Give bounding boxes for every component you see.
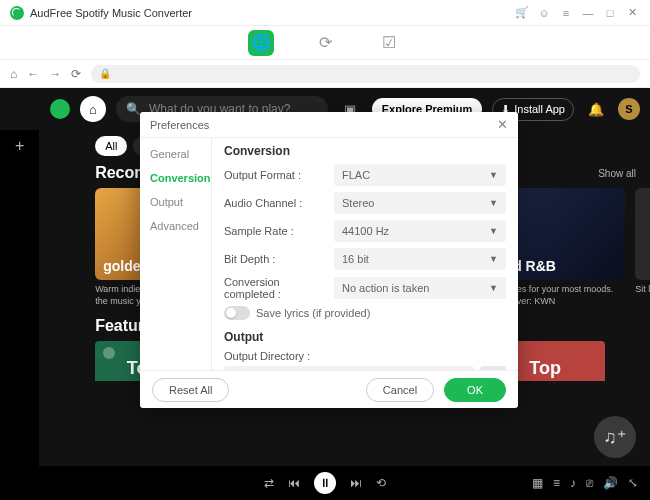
cancel-button[interactable]: Cancel (366, 378, 434, 402)
chevron-down-icon: ▼ (489, 226, 498, 236)
modal-overlay: Preferences ✕ General Conversion Output … (0, 0, 650, 500)
tab-general[interactable]: General (140, 142, 211, 166)
select-value: 44100 Hz (342, 225, 389, 237)
close-icon[interactable]: ✕ (497, 117, 508, 132)
output-format-label: Output Format : (224, 169, 326, 181)
conversion-section-title: Conversion (224, 144, 506, 158)
prefs-sidebar: General Conversion Output Advanced (140, 138, 212, 370)
output-directory-label: Output Directory : (224, 350, 506, 362)
select-value: 16 bit (342, 253, 369, 265)
completed-select[interactable]: No action is taken▼ (334, 277, 506, 299)
sample-rate-label: Sample Rate : (224, 225, 326, 237)
select-value: FLAC (342, 169, 370, 181)
dialog-header: Preferences ✕ (140, 112, 518, 138)
dialog-title: Preferences (150, 119, 209, 131)
chevron-down-icon: ▼ (489, 198, 498, 208)
tab-output[interactable]: Output (140, 190, 211, 214)
select-value: No action is taken (342, 282, 429, 294)
chevron-down-icon: ▼ (489, 254, 498, 264)
ok-button[interactable]: OK (444, 378, 506, 402)
output-format-select[interactable]: FLAC▼ (334, 164, 506, 186)
bit-depth-select[interactable]: 16 bit▼ (334, 248, 506, 270)
bit-depth-label: Bit Depth : (224, 253, 326, 265)
tab-conversion[interactable]: Conversion (140, 166, 211, 190)
completed-label: Conversion completed : (224, 276, 326, 300)
reset-all-button[interactable]: Reset All (152, 378, 229, 402)
chevron-down-icon: ▼ (489, 170, 498, 180)
prefs-main: Conversion Output Format : FLAC▼ Audio C… (212, 138, 518, 370)
audio-channel-label: Audio Channel : (224, 197, 326, 209)
dialog-footer: Reset All Cancel OK (140, 370, 518, 408)
preferences-dialog: Preferences ✕ General Conversion Output … (140, 112, 518, 408)
save-lyrics-label: Save lyrics (if provided) (256, 307, 370, 319)
select-value: Stereo (342, 197, 374, 209)
sample-rate-select[interactable]: 44100 Hz▼ (334, 220, 506, 242)
tab-advanced[interactable]: Advanced (140, 214, 211, 238)
audio-channel-select[interactable]: Stereo▼ (334, 192, 506, 214)
output-section-title: Output (224, 330, 506, 344)
save-lyrics-toggle[interactable] (224, 306, 250, 320)
chevron-down-icon: ▼ (489, 283, 498, 293)
